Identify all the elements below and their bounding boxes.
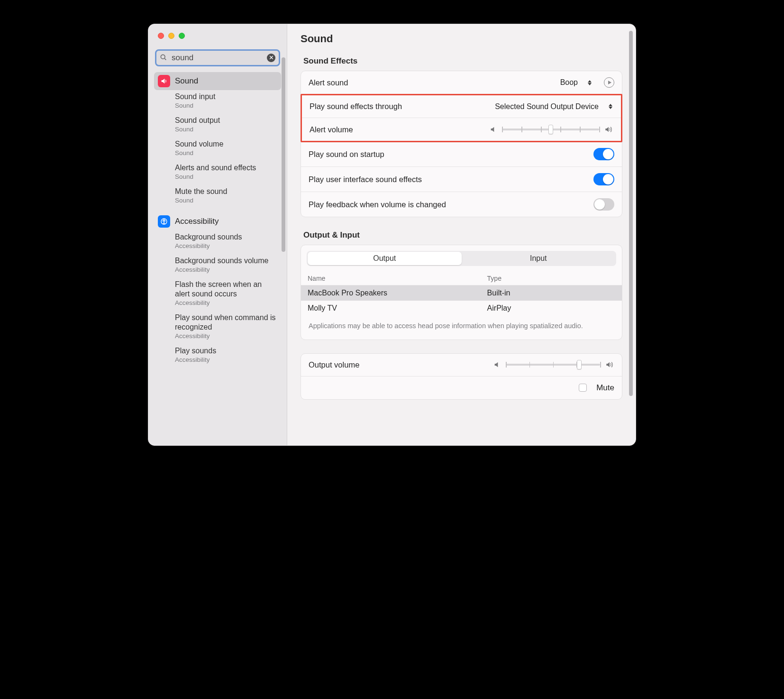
main-scrollbar[interactable] [629, 31, 633, 396]
alert-volume-slider[interactable] [490, 126, 613, 133]
mute-checkbox[interactable] [579, 384, 587, 392]
output-volume-row: Output volume [301, 354, 622, 377]
section-output-input-title: Output & Input [303, 230, 620, 240]
play-through-label: Play sound effects through [310, 102, 402, 111]
search-result[interactable]: Sound outputSound [154, 114, 281, 138]
alert-sound-row: Alert sound Boop [301, 71, 622, 94]
search-result[interactable]: Sound inputSound [154, 90, 281, 114]
play-alert-sound-button[interactable] [604, 77, 614, 88]
mute-label: Mute [596, 383, 614, 393]
search-input[interactable] [155, 49, 280, 66]
sidebar-item-accessibility[interactable]: Accessibility [154, 212, 281, 230]
accessibility-icon [158, 215, 170, 228]
sound-effects-panel: Alert sound Boop Play sound effects thro… [301, 71, 622, 217]
svg-point-0 [161, 55, 165, 59]
alert-sound-value[interactable]: Boop [560, 78, 578, 87]
output-volume-label: Output volume [309, 360, 359, 369]
sidebar: ✕ Sound Sound inputSound Sound outputSou… [148, 24, 287, 445]
search-result[interactable]: Background sounds volumeAccessibility [154, 254, 281, 278]
output-input-segmented: Output Input [307, 251, 616, 266]
spatial-audio-note: Applications may be able to access head … [301, 316, 622, 340]
volume-low-icon [490, 126, 497, 133]
volume-high-icon [604, 126, 613, 133]
system-settings-window: ✕ Sound Sound inputSound Sound outputSou… [148, 24, 636, 446]
search-result[interactable]: Alerts and sound effectsSound [154, 161, 281, 185]
column-name: Name [308, 275, 487, 282]
search-icon [160, 54, 167, 61]
alert-volume-row: Alert volume [302, 118, 621, 141]
speaker-icon [158, 75, 170, 87]
search-result[interactable]: Sound volumeSound [154, 138, 281, 161]
sidebar-item-label: Sound [175, 76, 198, 86]
sidebar-scrollbar[interactable] [282, 57, 285, 440]
play-on-startup-row: Play sound on startup [301, 142, 622, 167]
device-table-header: Name Type [301, 272, 622, 285]
sidebar-item-label: Accessibility [175, 217, 219, 226]
search-result[interactable]: Play soundsAccessibility [154, 344, 281, 368]
ui-sounds-toggle[interactable] [593, 173, 614, 185]
search-result[interactable]: Background soundsAccessibility [154, 230, 281, 254]
column-type: Type [487, 275, 615, 282]
play-on-startup-toggle[interactable] [593, 148, 614, 160]
output-volume-slider[interactable] [493, 361, 614, 368]
volume-high-icon [605, 361, 614, 368]
sidebar-results: Sound Sound inputSound Sound outputSound… [148, 69, 287, 445]
play-icon [608, 81, 611, 84]
highlighted-region: Play sound effects through Selected Soun… [301, 94, 622, 142]
ui-sounds-label: Play user interface sound effects [309, 175, 422, 184]
alert-volume-label: Alert volume [310, 125, 353, 134]
volume-feedback-toggle[interactable] [593, 198, 614, 211]
play-through-stepper[interactable] [607, 102, 613, 111]
tab-input[interactable]: Input [462, 252, 616, 265]
sidebar-item-sound[interactable]: Sound [154, 72, 281, 90]
play-through-value[interactable]: Selected Sound Output Device [495, 102, 599, 111]
minimize-button[interactable] [168, 33, 174, 39]
search-result[interactable]: Mute the soundSound [154, 185, 281, 209]
alert-sound-stepper[interactable] [586, 78, 593, 87]
main-content: Sound Sound Effects Alert sound Boop Pla… [287, 24, 636, 445]
volume-feedback-row: Play feedback when volume is changed [301, 192, 622, 217]
window-controls [148, 24, 287, 39]
page-title: Sound [301, 33, 622, 45]
output-volume-panel: Output volume Mute [301, 353, 622, 400]
search-result[interactable]: Flash the screen when an alert sound occ… [154, 278, 281, 311]
alert-sound-label: Alert sound [309, 78, 348, 87]
mute-row: Mute [301, 377, 622, 399]
device-row[interactable]: Molly TV AirPlay [301, 301, 622, 316]
ui-sounds-row: Play user interface sound effects [301, 167, 622, 192]
device-row[interactable]: MacBook Pro Speakers Built-in [301, 285, 622, 301]
svg-point-3 [164, 220, 164, 221]
section-sound-effects-title: Sound Effects [303, 56, 620, 66]
maximize-button[interactable] [179, 33, 185, 39]
svg-line-1 [164, 58, 166, 60]
tab-output[interactable]: Output [308, 252, 462, 265]
output-input-panel: Output Input Name Type MacBook Pro Speak… [301, 245, 622, 340]
search-result[interactable]: Play sound when command is recognizedAcc… [154, 311, 281, 344]
play-on-startup-label: Play sound on startup [309, 150, 384, 159]
play-through-row: Play sound effects through Selected Soun… [302, 95, 621, 118]
close-button[interactable] [158, 33, 164, 39]
volume-low-icon [493, 361, 501, 368]
clear-search-button[interactable]: ✕ [267, 54, 275, 62]
volume-feedback-label: Play feedback when volume is changed [309, 200, 446, 209]
